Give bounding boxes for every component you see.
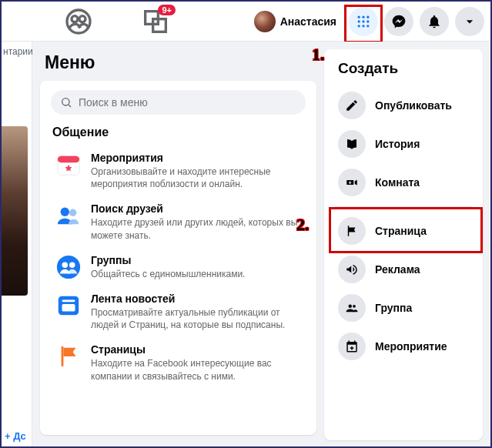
account-dropdown-button[interactable]	[455, 7, 484, 36]
menu-item-desc: Просматривайте актуальные публикации от …	[91, 306, 301, 331]
svg-rect-26	[62, 346, 64, 366]
svg-point-11	[358, 25, 360, 27]
create-column: Создать Опубликовать История Комната Стр…	[323, 42, 490, 446]
create-item-group[interactable]: Группа	[332, 289, 475, 327]
svg-point-27	[349, 305, 353, 309]
menu-item-desc: Находите на Facebook интересующие вас ко…	[91, 357, 301, 382]
content: нтарии + Дс Меню Общение Мероприятия Орг…	[2, 42, 490, 446]
gutter-text: нтарии	[3, 46, 33, 57]
svg-point-6	[362, 15, 364, 18]
create-item-ad[interactable]: Реклама	[332, 250, 475, 289]
svg-point-21	[62, 262, 69, 268]
edit-icon	[338, 92, 366, 119]
menu-item-find-friends[interactable]: Поиск друзей Находите друзей или других …	[51, 196, 306, 247]
topbar: 9+ Анастасия	[2, 2, 490, 42]
notification-badge: 9+	[158, 5, 176, 15]
svg-point-8	[358, 20, 360, 22]
avatar	[254, 11, 276, 32]
menu-item-groups[interactable]: Группы Общайтесь с единомышленниками.	[51, 248, 306, 286]
menu-grid-button[interactable]	[349, 7, 378, 36]
svg-point-22	[69, 262, 75, 268]
profile-name: Анастасия	[280, 15, 336, 28]
create-panel: Создать Опубликовать История Комната Стр…	[324, 49, 483, 440]
notifications-button[interactable]	[420, 7, 449, 36]
create-item-label: Опубликовать	[375, 99, 452, 112]
menu-section-title: Общение	[52, 125, 306, 139]
svg-point-5	[358, 15, 360, 18]
create-item-label: История	[375, 138, 420, 150]
svg-point-28	[353, 305, 356, 308]
menu-item-desc: Общайтесь с единомышленниками.	[91, 268, 245, 280]
menu-column: Меню Общение Мероприятия Организовывайте…	[32, 42, 323, 446]
create-item-label: Реклама	[375, 263, 420, 276]
menu-title: Меню	[45, 52, 316, 73]
menu-search[interactable]	[51, 90, 306, 115]
svg-point-18	[61, 208, 69, 216]
svg-point-13	[366, 25, 369, 27]
groups-nav-icon[interactable]	[63, 6, 94, 37]
gutter-photo	[2, 126, 28, 296]
calendar-icon	[55, 152, 82, 178]
menu-search-input[interactable]	[79, 96, 296, 109]
menu-item-title: Поиск друзей	[91, 202, 301, 215]
svg-point-12	[362, 25, 364, 27]
create-item-room[interactable]: Комната	[332, 163, 475, 202]
menu-item-desc: Организовывайте и находите интересные ме…	[91, 165, 301, 190]
menu-item-pages[interactable]: Страницы Находите на Facebook интересующ…	[51, 337, 306, 388]
menu-item-title: Группы	[91, 254, 245, 266]
feed-icon	[55, 293, 82, 319]
svg-point-9	[362, 20, 364, 22]
menu-item-title: Страницы	[91, 343, 301, 356]
add-friend-fragment[interactable]: + Дс	[5, 430, 26, 442]
create-item-label: Группа	[375, 302, 412, 314]
create-title: Создать	[338, 60, 475, 77]
megaphone-icon	[338, 256, 366, 283]
menu-item-news-feed[interactable]: Лента новостей Просматривайте актуальные…	[51, 286, 306, 337]
svg-point-14	[62, 99, 69, 105]
svg-point-1	[72, 15, 78, 22]
divider	[335, 206, 472, 207]
svg-rect-24	[62, 299, 75, 302]
video-plus-icon	[338, 169, 366, 196]
groups-icon	[55, 254, 82, 280]
friends-icon	[55, 202, 82, 229]
menu-item-desc: Находите друзей или других людей, которы…	[91, 216, 301, 241]
group-people-icon	[338, 294, 366, 322]
svg-point-0	[67, 10, 90, 33]
svg-rect-17	[58, 156, 79, 163]
svg-point-7	[366, 15, 369, 18]
flag-icon	[55, 343, 82, 369]
menu-item-title: Мероприятия	[91, 152, 301, 164]
svg-rect-25	[62, 304, 75, 311]
topbar-nav: 9+	[63, 6, 171, 37]
profile-chip[interactable]: Анастасия	[252, 8, 343, 35]
svg-point-2	[79, 15, 85, 22]
create-item-label: Страница	[375, 225, 427, 237]
menu-item-title: Лента новостей	[91, 293, 301, 305]
create-item-label: Мероприятие	[375, 340, 447, 353]
book-icon	[338, 130, 366, 158]
search-icon	[60, 96, 72, 109]
menu-item-events[interactable]: Мероприятия Организовывайте и находите и…	[51, 145, 306, 196]
topbar-right: Анастасия	[252, 7, 484, 36]
create-item-story[interactable]: История	[332, 125, 475, 163]
flag-solid-icon	[338, 217, 366, 245]
create-item-post[interactable]: Опубликовать	[332, 86, 475, 125]
svg-line-15	[69, 105, 71, 107]
gaming-nav-icon[interactable]: 9+	[140, 6, 171, 37]
create-item-page[interactable]: Страница	[332, 212, 475, 250]
svg-point-20	[57, 256, 80, 279]
svg-point-19	[69, 209, 76, 216]
svg-point-10	[366, 20, 369, 22]
calendar-plus-icon	[338, 333, 366, 360]
messenger-button[interactable]	[384, 7, 413, 36]
left-gutter: нтарии + Дс	[2, 42, 32, 446]
create-item-event[interactable]: Мероприятие	[332, 327, 475, 366]
menu-panel: Общение Мероприятия Организовывайте и на…	[40, 81, 316, 435]
create-item-label: Комната	[375, 176, 420, 189]
